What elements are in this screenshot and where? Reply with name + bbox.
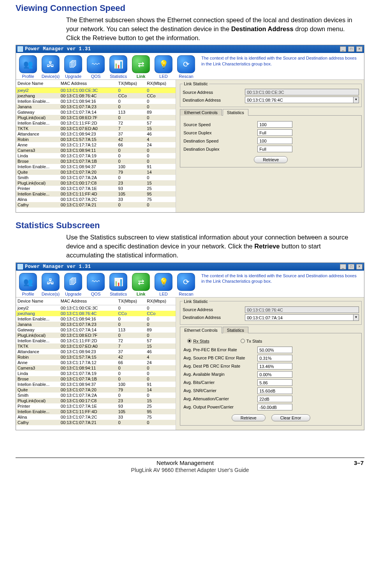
tab-statistics[interactable]: Statistics bbox=[223, 109, 248, 116]
toolbar-led[interactable]: 💡LED bbox=[152, 271, 175, 296]
device-row[interactable]: PlugLink(local)00:13:C1:00:17:C82315 bbox=[16, 398, 176, 403]
tab-statistics[interactable]: Statistics bbox=[223, 327, 248, 333]
toolbar-upgrade[interactable]: 🗐Upgrade bbox=[62, 271, 84, 296]
radio-rx-label: Rx Stats bbox=[193, 339, 209, 343]
device-row[interactable]: joeyi200:13:C1:00:CE:3C00 bbox=[16, 305, 176, 311]
device-row[interactable]: Attandance00:13:C1:08:94:233746 bbox=[16, 131, 176, 137]
destination-address-dropdown[interactable]: ▼ bbox=[354, 314, 359, 321]
cell-rx: 0 bbox=[147, 420, 171, 425]
device-row[interactable]: Quite00:13:C1:07:7A:207914 bbox=[16, 169, 176, 175]
device-row[interactable]: Quite00:13:C1:07:7A:207914 bbox=[16, 387, 176, 393]
device-row[interactable]: Alina00:13:C1:07:7A:2C3375 bbox=[16, 414, 176, 420]
cell-rx: 0 bbox=[147, 104, 171, 109]
device-row[interactable]: Printer00:13:C1:07:7A:1E9325 bbox=[16, 403, 176, 409]
toolbar-profile[interactable]: 👥Profile bbox=[17, 271, 39, 296]
clear-error-button[interactable]: Clear Error bbox=[271, 414, 310, 421]
device-row[interactable]: TKTK00:13:C1:07:ED:A0715 bbox=[16, 126, 176, 131]
retrieve-button[interactable]: Retrieve bbox=[232, 414, 266, 421]
context-help-text: The context of the link is identified wi… bbox=[197, 53, 364, 79]
toolbar-label: Device(s) bbox=[39, 292, 62, 296]
eth-stat-value: Full bbox=[257, 129, 292, 136]
eth-stat-value: 100 bbox=[257, 121, 292, 128]
cell-mac: 00:13:C1:00:CE:3C bbox=[61, 306, 118, 310]
device-row[interactable]: Brose00:13:C1:07:7A:1B00 bbox=[16, 158, 176, 164]
toolbar-link[interactable]: ⇄Link bbox=[130, 54, 152, 79]
device-row[interactable]: Intellon Enable...00:13:C1:11:FF:4D10595 bbox=[16, 191, 176, 197]
device-row[interactable]: Gateway00:13:C1:07:7A:1411389 bbox=[16, 327, 176, 333]
device-list[interactable]: joeyi200:13:C1:00:CE:3C00joezhang00:13:C… bbox=[16, 305, 176, 430]
radio-tx-stats[interactable]: Tx Stats bbox=[241, 339, 262, 343]
heading-connection-speed: Viewing Connection Speed bbox=[16, 3, 364, 13]
device-row[interactable]: PlugLink(local)00:13:C1:08:ED:7F00 bbox=[16, 115, 176, 120]
eth-stat-value: 100 bbox=[257, 137, 292, 144]
cell-rx: 0 bbox=[147, 153, 171, 158]
toolbar-led[interactable]: 💡LED bbox=[152, 54, 175, 79]
destination-address-dropdown[interactable]: ▼ bbox=[354, 97, 359, 103]
cell-mac: 00:13:C1:08:94:37 bbox=[61, 382, 118, 387]
destination-address-value[interactable]: 00:13:C1:07:7A:14 bbox=[245, 314, 354, 321]
tab-ethernet-controls[interactable]: Ethernet Controls bbox=[180, 327, 222, 333]
toolbar-profile[interactable]: 👥Profile bbox=[17, 54, 39, 79]
minimize-button[interactable]: _ bbox=[340, 264, 346, 269]
device-row[interactable]: Cathy00:13:C1:07:7A:2100 bbox=[16, 202, 176, 208]
device-row[interactable]: Intellon Enable...00:13:C1:08:94:1600 bbox=[16, 316, 176, 322]
toolbar-upgrade[interactable]: 🗐Upgrade bbox=[62, 54, 84, 79]
device-row[interactable]: Intellon Enable...00:13:C1:08:94:1600 bbox=[16, 99, 176, 104]
device-row[interactable]: joezhang00:13:C1:08:76:4CCCoCCo bbox=[16, 93, 176, 99]
cell-mac: 00:13:C1:07:7A:1E bbox=[61, 186, 118, 191]
toolbar-qos[interactable]: 〰QOS bbox=[84, 271, 107, 296]
destination-address-value[interactable]: 00:13:C1:08:76:4C bbox=[245, 97, 354, 103]
device-row[interactable]: Smith00:13:C1:07:7A:2A00 bbox=[16, 175, 176, 180]
toolbar-link[interactable]: ⇄Link bbox=[130, 271, 152, 296]
toolbar-devices[interactable]: 🖧Device(s) bbox=[39, 271, 62, 296]
device-row[interactable]: Intellon Enable...00:13:C1:11:FF:2D7257 bbox=[16, 120, 176, 126]
para1-bold: Destination Address bbox=[231, 25, 294, 32]
device-row[interactable]: Janana00:13:C1:07:7A:2300 bbox=[16, 322, 176, 327]
close-button[interactable]: × bbox=[356, 264, 362, 269]
device-row[interactable]: joezhang00:13:C1:08:76:4CCCoCCo bbox=[16, 311, 176, 316]
toolbar-rescan[interactable]: ⟳Rescan bbox=[175, 54, 197, 79]
device-row[interactable]: Robin00:13:C1:57:7A:15424 bbox=[16, 354, 176, 360]
device-row[interactable]: Janana00:13:C1:07:7A:2300 bbox=[16, 104, 176, 109]
toolbar-qos[interactable]: 〰QOS bbox=[84, 54, 107, 79]
device-row[interactable]: Intellon Enable...00:13:C1:08:94:3710091 bbox=[16, 382, 176, 387]
retrieve-button[interactable]: Retrieve bbox=[254, 156, 288, 163]
device-row[interactable]: Camera300:13:C1:08:94:1100 bbox=[16, 148, 176, 153]
device-row[interactable]: Camera300:13:C1:08:94:1100 bbox=[16, 365, 176, 371]
device-row[interactable]: Linda00:13:C1:07:7A:1900 bbox=[16, 371, 176, 376]
device-row[interactable]: Smith00:13:C1:07:7A:2A00 bbox=[16, 393, 176, 398]
device-row[interactable]: Intellon Enable...00:13:C1:11:FF:4D10595 bbox=[16, 409, 176, 414]
cell-rx: 95 bbox=[147, 409, 171, 414]
device-row[interactable]: joeyi200:13:C1:00:CE:3C00 bbox=[16, 88, 176, 93]
device-row[interactable]: Robin00:13:C1:57:7A:15424 bbox=[16, 137, 176, 142]
device-row[interactable]: TKTK00:13:C1:07:ED:A0715 bbox=[16, 343, 176, 349]
device-row[interactable]: Intellon Enable...00:13:C1:08:94:3710091 bbox=[16, 164, 176, 169]
toolbar-statistics[interactable]: 📊Statistics bbox=[107, 54, 130, 79]
device-row[interactable]: Cathy00:13:C1:07:7A:2100 bbox=[16, 420, 176, 425]
device-row[interactable]: Intellon Enable...00:13:C1:11:FF:2D7257 bbox=[16, 338, 176, 343]
device-row[interactable]: Alina00:13:C1:07:7A:2C3375 bbox=[16, 197, 176, 202]
toolbar-rescan[interactable]: ⟳Rescan bbox=[175, 271, 197, 296]
close-button[interactable]: × bbox=[356, 46, 362, 52]
device-row[interactable]: Anne00:13:C1:17:7A:126624 bbox=[16, 360, 176, 365]
device-row[interactable]: Linda00:13:C1:07:7A:1900 bbox=[16, 153, 176, 158]
cell-name: Gateway bbox=[16, 327, 61, 332]
cell-name: Linda bbox=[16, 371, 61, 376]
maximize-button[interactable]: □ bbox=[348, 46, 354, 52]
maximize-button[interactable]: □ bbox=[348, 264, 354, 269]
radio-rx-stats[interactable]: Rx Stats bbox=[187, 339, 209, 343]
toolbar-devices[interactable]: 🖧Device(s) bbox=[39, 54, 62, 79]
device-row[interactable]: Gateway00:13:C1:07:7A:1411389 bbox=[16, 109, 176, 115]
device-list[interactable]: joeyi200:13:C1:00:CE:3C00joezhang00:13:C… bbox=[16, 88, 176, 212]
device-row[interactable]: Printer00:13:C1:07:7A:1E9325 bbox=[16, 186, 176, 191]
toolbar-label: Upgrade bbox=[62, 74, 84, 79]
toolbar-statistics[interactable]: 📊Statistics bbox=[107, 271, 130, 296]
tab-ethernet-controls[interactable]: Ethernet Controls bbox=[180, 109, 222, 116]
device-row[interactable]: Attandance00:13:C1:08:94:233746 bbox=[16, 349, 176, 354]
device-row[interactable]: PlugLink(local)00:13:C1:00:17:C82315 bbox=[16, 180, 176, 186]
device-row[interactable]: Brose00:13:C1:07:7A:1B00 bbox=[16, 376, 176, 382]
cell-rx: 0 bbox=[147, 175, 171, 180]
device-row[interactable]: Anne00:13:C1:17:7A:126624 bbox=[16, 142, 176, 148]
device-row[interactable]: PlugLink(local)00:13:C1:08:ED:7F00 bbox=[16, 333, 176, 338]
minimize-button[interactable]: _ bbox=[340, 46, 346, 52]
